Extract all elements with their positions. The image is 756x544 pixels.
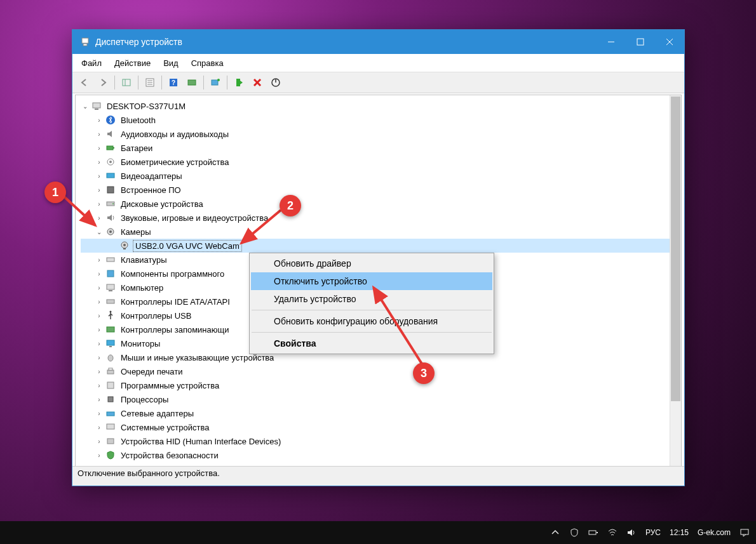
tree-item[interactable]: ›Сетевые адаптеры [81,406,681,420]
tree-item[interactable]: ›Батареи [81,141,681,155]
tray-chevron-up-icon[interactable] [550,527,560,538]
tray-security-icon[interactable] [569,527,579,538]
forward-button[interactable] [95,74,111,91]
tree-item[interactable]: ›Встроенное ПО [81,183,681,197]
network-icon [105,408,116,419]
expand-icon[interactable]: › [95,424,104,431]
tree-item[interactable]: ›Аудиовходы и аудиовыходы [81,127,681,141]
svg-line-54 [64,197,95,225]
taskbar[interactable]: РУС 12:15 G-ek.com [0,521,756,544]
svg-rect-1 [83,44,87,46]
expand-icon[interactable]: › [95,284,104,291]
expand-icon[interactable]: › [95,270,104,277]
tray-volume-icon[interactable] [626,527,637,538]
tree-item[interactable]: ›Bluetooth [81,113,681,127]
collapse-icon[interactable]: ⌄ [81,103,90,110]
expand-icon[interactable]: › [95,159,104,166]
help-button[interactable]: ? [165,74,182,91]
expand-icon[interactable]: › [95,312,104,319]
scan-hardware-button[interactable] [184,74,200,91]
tree-item-label: Процессоры [119,394,170,405]
expand-icon[interactable]: › [95,131,104,138]
audio-io-icon [105,128,116,140]
disable-button[interactable] [267,74,284,91]
tray-wifi-icon[interactable] [607,527,618,538]
minimize-button[interactable] [597,30,626,54]
statusbar: Отключение выбранного устройства. [72,466,684,486]
toolbar: ? [72,72,684,93]
tree-item[interactable]: ›Видеоадаптеры [81,169,681,183]
expand-icon[interactable]: › [95,173,104,180]
svg-point-31 [112,203,114,204]
firmware-icon [105,184,116,196]
toolbar-separator [138,76,138,90]
tree-item[interactable]: ›Процессоры [81,392,681,406]
tree-item[interactable]: ›Звуковые, игровые и видеоустройства [81,211,681,225]
expand-icon[interactable]: › [95,340,104,347]
maximize-button[interactable] [626,30,655,54]
menu-help[interactable]: Справка [185,56,230,70]
tree-item[interactable]: ›Программные устройства [81,378,681,392]
tree-item[interactable]: ›Устройства безопасности [81,448,681,462]
menu-view[interactable]: Вид [157,56,185,70]
expand-icon[interactable]: › [95,256,104,263]
tray-clock[interactable]: 12:15 [670,528,689,537]
toolbar-separator [161,76,162,90]
expand-icon[interactable]: › [95,438,104,445]
expand-icon[interactable]: › [95,326,104,333]
expand-icon[interactable]: › [95,117,104,124]
close-button[interactable] [655,30,684,54]
menu-file[interactable]: Файл [75,56,108,70]
svg-line-55 [241,210,281,243]
back-button[interactable] [76,74,93,91]
expand-icon[interactable]: › [95,298,104,305]
titlebar[interactable]: Диспетчер устройств [72,30,684,54]
tree-item[interactable]: ›Системные устройства [81,420,681,434]
svg-point-35 [123,244,126,246]
expand-icon[interactable]: › [95,382,104,389]
keyboard-icon [105,254,116,265]
expand-icon[interactable]: › [95,368,104,375]
hid-icon [105,435,116,447]
expand-icon[interactable]: › [95,354,104,361]
tree-item-webcam[interactable]: USB2.0 VGA UVC WebCam [81,239,681,253]
annotation-arrow-2 [235,206,286,251]
tree-item-label: Устройства безопасности [119,450,220,461]
scrollbar-thumb[interactable] [671,96,680,401]
tray-language[interactable]: РУС [645,528,661,537]
security-device-icon [105,449,116,461]
tray-battery-icon[interactable] [588,527,598,538]
tree-item[interactable]: ›Устройства HID (Human Interface Devices… [81,434,681,448]
tree-root[interactable]: ⌄ DESKTOP-S377U1M [81,99,681,113]
ctx-update-driver[interactable]: Обновить драйвер [251,255,492,272]
expand-icon[interactable]: › [95,452,104,459]
update-driver-button[interactable] [207,74,224,91]
expand-icon[interactable]: › [95,396,104,403]
svg-rect-39 [107,284,114,289]
svg-rect-44 [107,340,114,345]
show-hide-tree-button[interactable] [118,74,135,91]
svg-rect-24 [107,146,113,150]
properties-button[interactable] [142,74,158,91]
svg-rect-40 [109,290,112,291]
expand-icon[interactable]: › [95,145,104,152]
expand-icon[interactable]: › [95,410,104,417]
uninstall-button[interactable] [249,74,266,91]
svg-point-42 [110,311,112,313]
tree-item-label: Очереди печати [119,366,185,377]
svg-rect-14 [188,80,196,85]
svg-rect-48 [109,368,112,370]
tree-item[interactable]: ›Дисковые устройства [81,197,681,211]
vertical-scrollbar[interactable] [670,95,681,466]
tree-item-cameras[interactable]: ⌄Камеры [81,225,681,239]
system-device-icon [105,421,116,433]
tray-action-center-icon[interactable] [739,527,750,538]
annotation-label: 1 [52,186,58,199]
biometric-icon [105,156,116,168]
enable-button[interactable] [231,74,247,91]
svg-rect-58 [597,532,598,533]
menu-action[interactable]: Действие [108,56,157,70]
svg-rect-17 [236,79,240,86]
svg-rect-59 [741,529,748,534]
tree-item[interactable]: ›Биометрические устройства [81,155,681,169]
